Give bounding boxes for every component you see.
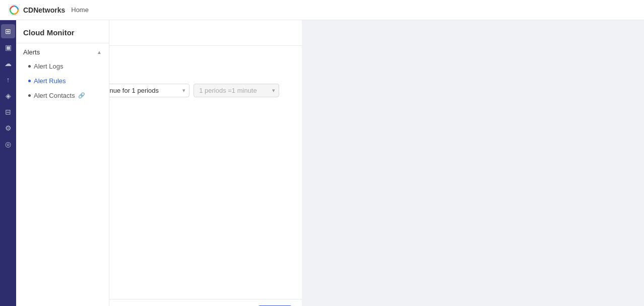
logo-icon bbox=[8, 4, 20, 16]
period-row: * Period i 00:00 to 23:59 bbox=[109, 58, 292, 72]
sidebar-icon-cloud[interactable]: ☁ bbox=[1, 56, 15, 71]
brand-logo: CDNetworks bbox=[8, 4, 65, 16]
sidebar-icon-settings[interactable]: ⚙ bbox=[1, 121, 15, 135]
brand-name: CDNetworks bbox=[23, 6, 65, 14]
periods-minutes-input[interactable]: 1 periods =1 minute bbox=[194, 84, 279, 97]
rule-config-panel: Rule Configuration * Period i 00:00 to bbox=[109, 20, 302, 306]
sidebar-item-alert-logs[interactable]: Alert Logs bbox=[16, 59, 109, 74]
sidebar-item-alert-contacts[interactable]: Alert Contacts 🔗 bbox=[16, 88, 109, 103]
continue-select[interactable]: Continue for 1 periods Continue for peri… bbox=[109, 84, 189, 97]
sidebar-item-alert-rules[interactable]: Alert Rules bbox=[16, 74, 109, 88]
actions-row: +Add condition Set Threshold Conditions … bbox=[109, 143, 292, 150]
sidebar-icon-upload[interactable]: ↑ bbox=[1, 73, 15, 87]
nav-title: Cloud Monitor bbox=[16, 20, 109, 43]
panel-title: Rule Configuration bbox=[109, 20, 302, 46]
continue-select-input[interactable]: Continue for 1 periods Continue for peri… bbox=[109, 84, 189, 97]
sidebar-icon-monitor[interactable]: ▣ bbox=[1, 40, 15, 54]
chevron-up-icon: ▲ bbox=[97, 49, 102, 55]
sidebar-icon-user[interactable]: ◎ bbox=[1, 137, 15, 151]
bullet-icon bbox=[28, 65, 31, 68]
metric-row: Bandwidth >= > <= < = bbox=[109, 119, 292, 133]
main-content: Alert Rules > Create Alert Rule 1 Basic … bbox=[109, 20, 302, 306]
link-icon: 🔗 bbox=[78, 92, 85, 99]
sidebar-icons: ⊞ ▣ ☁ ↑ ◈ ⊟ ⚙ ◎ bbox=[0, 20, 16, 306]
nav-section-alerts[interactable]: Alerts ▲ bbox=[16, 43, 109, 59]
sidebar-icon-grid[interactable]: ⊞ bbox=[1, 24, 15, 38]
sidebar-icon-shield[interactable]: ◈ bbox=[1, 89, 15, 103]
left-nav: Cloud Monitor Alerts ▲ Alert Logs Alert … bbox=[16, 20, 109, 306]
home-link[interactable]: Home bbox=[71, 6, 89, 14]
periods-minutes-select[interactable]: 1 periods =1 minute bbox=[194, 84, 279, 97]
sidebar-icon-table[interactable]: ⊟ bbox=[1, 105, 15, 119]
bullet-icon bbox=[28, 80, 31, 82]
bullet-icon bbox=[28, 94, 31, 97]
panel-body: * Period i 00:00 to 23:59 bbox=[109, 46, 302, 299]
conditions-row: If metric meets Any All of following con… bbox=[109, 84, 292, 109]
panel-footer: OK bbox=[109, 299, 302, 306]
